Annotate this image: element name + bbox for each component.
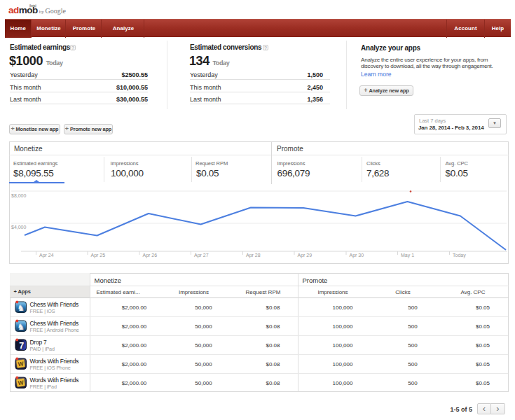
svg-text:♞: ♞ <box>17 321 25 331</box>
svg-text:Today: Today <box>453 253 466 258</box>
svg-text:Apr 24: Apr 24 <box>39 253 54 258</box>
svg-text:Apr 27: Apr 27 <box>194 253 209 258</box>
svg-text:7: 7 <box>19 341 24 351</box>
svg-text:May 1: May 1 <box>401 253 414 258</box>
svg-text:Apr 30: Apr 30 <box>350 253 364 258</box>
svg-text:$8,000: $8,000 <box>11 193 27 198</box>
svg-text:Apr 25: Apr 25 <box>91 253 106 258</box>
svg-text:♞: ♞ <box>17 302 25 312</box>
svg-text:$4,000: $4,000 <box>11 225 27 230</box>
svg-text:Apr 28: Apr 28 <box>246 253 261 258</box>
svg-text:Apr 26: Apr 26 <box>143 253 158 258</box>
svg-text:Apr 29: Apr 29 <box>298 253 313 258</box>
